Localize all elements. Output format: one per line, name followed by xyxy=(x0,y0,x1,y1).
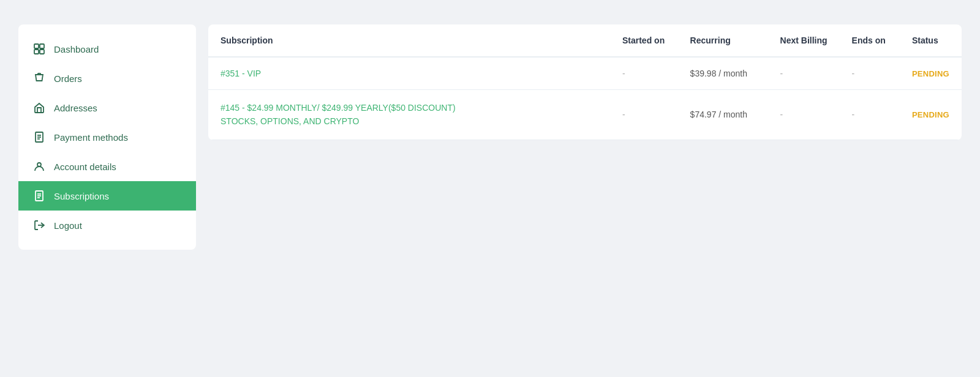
next-billing-cell: - xyxy=(768,57,840,90)
status-cell: PENDING xyxy=(900,90,962,140)
ends-on-cell: - xyxy=(840,90,900,140)
sidebar-item-label: Dashboard xyxy=(54,44,99,54)
started-on-cell: - xyxy=(610,90,678,140)
subscriptions-table: Subscription Started on Recurring Next B… xyxy=(208,24,962,140)
user-icon xyxy=(33,160,45,173)
sidebar-item-logout[interactable]: Logout xyxy=(18,211,196,240)
next-billing-cell: - xyxy=(768,90,840,140)
logout-icon xyxy=(33,219,45,231)
sidebar-item-account-details[interactable]: Account details xyxy=(18,152,196,181)
col-header-ends-on: Ends on xyxy=(840,24,900,57)
subscription-cell: #351 - VIP xyxy=(208,57,610,90)
status-badge: PENDING xyxy=(912,69,949,78)
status-badge: PENDING xyxy=(912,110,949,119)
subscription-link[interactable]: #145 - $24.99 MONTHLY/ $249.99 YEARLY($5… xyxy=(221,101,598,114)
table-row: #351 - VIP - $39.98 / month - - PENDING xyxy=(208,57,962,90)
started-on-cell: - xyxy=(610,57,678,90)
subscription-link-extra[interactable]: STOCKS, OPTIONS, AND CRYPTO xyxy=(221,114,598,128)
sidebar-item-label: Payment methods xyxy=(54,132,128,143)
home-icon xyxy=(33,102,45,114)
sidebar-item-subscriptions[interactable]: Subscriptions xyxy=(18,181,196,211)
sidebar-item-label: Logout xyxy=(54,220,82,231)
col-header-started-on: Started on xyxy=(610,24,678,57)
recurring-cell: $39.98 / month xyxy=(678,57,768,90)
table-row: #145 - $24.99 MONTHLY/ $249.99 YEARLY($5… xyxy=(208,90,962,140)
svg-rect-0 xyxy=(34,44,39,48)
sidebar-item-dashboard[interactable]: Dashboard xyxy=(18,34,196,64)
sidebar: Dashboard Orders Addresses xyxy=(18,24,196,250)
grid-icon xyxy=(33,43,45,55)
sidebar-item-label: Subscriptions xyxy=(54,191,109,201)
sidebar-item-label: Account details xyxy=(54,162,116,172)
sidebar-item-label: Addresses xyxy=(54,103,97,113)
document-icon xyxy=(33,190,45,202)
sidebar-item-payment-methods[interactable]: Payment methods xyxy=(18,122,196,152)
sidebar-item-orders[interactable]: Orders xyxy=(18,64,196,93)
status-cell: PENDING xyxy=(900,57,962,90)
svg-rect-3 xyxy=(40,50,44,54)
col-header-recurring: Recurring xyxy=(678,24,768,57)
sidebar-item-label: Orders xyxy=(54,73,82,84)
svg-rect-2 xyxy=(34,50,39,54)
sidebar-item-addresses[interactable]: Addresses xyxy=(18,93,196,122)
col-header-next-billing: Next Billing xyxy=(768,24,840,57)
subscription-cell: #145 - $24.99 MONTHLY/ $249.99 YEARLY($5… xyxy=(208,90,610,140)
col-header-subscription: Subscription xyxy=(208,24,610,57)
shopping-bag-icon xyxy=(33,72,45,84)
svg-rect-1 xyxy=(40,44,44,48)
file-icon xyxy=(33,131,45,143)
col-header-status: Status xyxy=(900,24,962,57)
recurring-cell: $74.97 / month xyxy=(678,90,768,140)
ends-on-cell: - xyxy=(840,57,900,90)
subscription-link[interactable]: #351 - VIP xyxy=(221,69,261,78)
main-content: Subscription Started on Recurring Next B… xyxy=(208,24,962,140)
